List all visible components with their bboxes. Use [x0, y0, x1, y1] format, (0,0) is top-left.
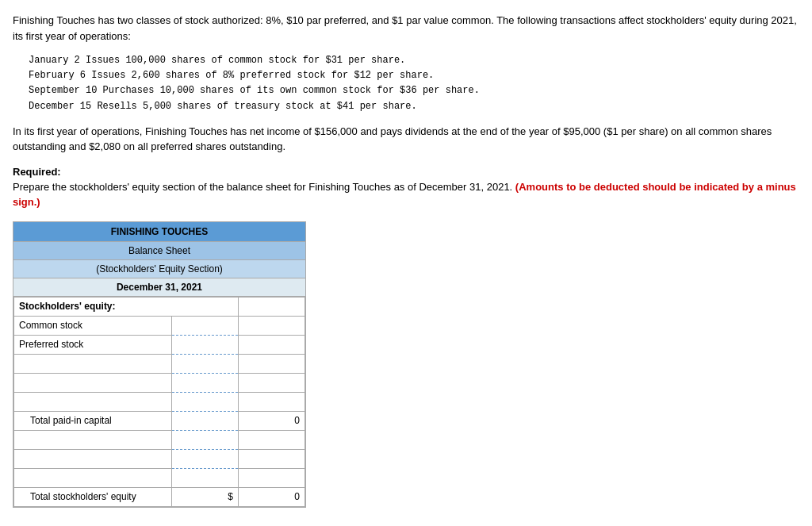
transaction-1: January 2 Issues 100,000 shares of commo… [29, 53, 799, 68]
balance-sheet-section: (Stockholders' Equity Section) [13, 260, 305, 278]
total-paid-in-input[interactable] [171, 411, 238, 430]
below-total-row-3 [14, 468, 305, 487]
required-section: Required: Prepare the stockholders' equi… [13, 166, 799, 210]
transaction-4: December 15 Resells 5,000 shares of trea… [29, 99, 799, 114]
total-equity-label: Total stockholders' equity [14, 487, 172, 506]
preferred-stock-value [238, 335, 304, 354]
below-total-value-2 [238, 449, 304, 468]
total-paid-in-value: 0 [238, 411, 304, 430]
company-name: FINISHING TOUCHES [13, 222, 305, 242]
additional-label-1 [14, 354, 172, 373]
required-label: Required: [13, 166, 799, 178]
transactions-list: January 2 Issues 100,000 shares of commo… [29, 53, 799, 114]
intro-paragraph1: Finishing Touches has two classes of sto… [13, 13, 799, 44]
below-total-label-2 [14, 449, 172, 468]
below-total-input-1[interactable] [171, 430, 238, 449]
required-description: Prepare the stockholders' equity section… [13, 181, 796, 209]
total-equity-row: Total stockholders' equity $ 0 [14, 487, 305, 506]
below-total-input-3[interactable] [171, 468, 238, 487]
preferred-stock-label: Preferred stock [14, 335, 172, 354]
below-total-row-1 [14, 430, 305, 449]
net-income-paragraph: In its first year of operations, Finishi… [13, 124, 799, 155]
total-equity-dollar: $ [171, 487, 238, 506]
intro-section: Finishing Touches has two classes of sto… [13, 13, 799, 155]
total-equity-value: 0 [238, 487, 304, 506]
below-total-value-3 [238, 468, 304, 487]
common-stock-input[interactable] [171, 316, 238, 335]
below-total-value-1 [238, 430, 304, 449]
additional-label-2 [14, 373, 172, 392]
balance-sheet-date: December 31, 2021 [13, 278, 305, 297]
se-header-value [238, 297, 304, 316]
common-stock-label: Common stock [14, 316, 172, 335]
below-total-label-3 [14, 468, 172, 487]
transaction-3: September 10 Purchases 10,000 shares of … [29, 83, 799, 98]
total-paid-in-label: Total paid-in capital [14, 411, 172, 430]
required-desc-text: Prepare the stockholders' equity section… [13, 181, 512, 193]
common-stock-value [238, 316, 304, 335]
se-header-row: Stockholders' equity: [14, 297, 305, 316]
se-label: Stockholders' equity: [14, 297, 239, 316]
additional-input-1[interactable] [171, 354, 238, 373]
additional-input-3[interactable] [171, 392, 238, 411]
additional-value-1 [238, 354, 304, 373]
additional-row-2 [14, 373, 305, 392]
below-total-label-1 [14, 430, 172, 449]
total-paid-in-row: Total paid-in capital 0 [14, 411, 305, 430]
balance-sheet-container: FINISHING TOUCHES Balance Sheet (Stockho… [13, 221, 306, 508]
additional-row-3 [14, 392, 305, 411]
preferred-stock-input[interactable] [171, 335, 238, 354]
below-total-row-2 [14, 449, 305, 468]
additional-value-2 [238, 373, 304, 392]
balance-sheet-title: Balance Sheet [13, 242, 305, 260]
additional-label-3 [14, 392, 172, 411]
additional-value-3 [238, 392, 304, 411]
common-stock-row: Common stock [14, 316, 305, 335]
transaction-2: February 6 Issues 2,600 shares of 8% pre… [29, 68, 799, 83]
additional-input-2[interactable] [171, 373, 238, 392]
preferred-stock-row: Preferred stock [14, 335, 305, 354]
below-total-input-2[interactable] [171, 449, 238, 468]
additional-row-1 [14, 354, 305, 373]
balance-sheet-table: Stockholders' equity: Common stock Prefe… [13, 297, 305, 507]
